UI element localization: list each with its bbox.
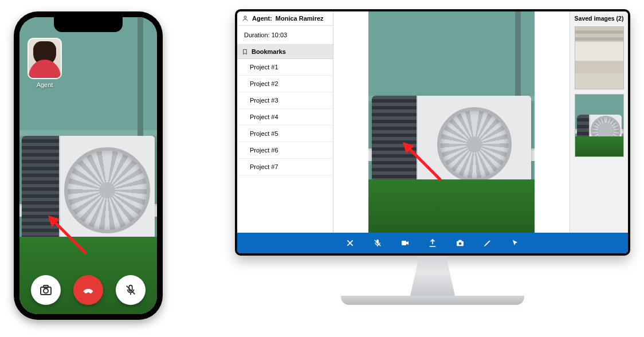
phone-notch — [54, 17, 123, 32]
bottom-toolbar — [237, 233, 628, 253]
customer-video-feed[interactable] — [368, 11, 535, 233]
bookmark-item[interactable]: Project #3 — [237, 92, 333, 109]
desktop-screen: Agent: Monica Ramirez Duration: 10:03 Bo… — [235, 9, 630, 256]
agent-info-row: Agent: Monica Ramirez — [237, 11, 333, 26]
annotate-button[interactable] — [482, 237, 493, 249]
mute-button[interactable] — [116, 275, 146, 305]
bookmark-icon — [242, 49, 248, 55]
close-button[interactable] — [344, 237, 356, 249]
snapshot-button[interactable] — [454, 237, 466, 249]
phone-device: Agent — [14, 11, 163, 320]
bookmark-item[interactable]: Project #5 — [237, 126, 333, 142]
bookmark-item[interactable]: Project #4 — [237, 109, 333, 126]
camera-icon — [455, 238, 465, 248]
svg-point-3 — [44, 289, 48, 293]
agent-label: Agent — [28, 81, 62, 88]
hangup-button[interactable] — [73, 275, 103, 305]
svg-rect-12 — [402, 241, 406, 245]
agent-avatar — [28, 38, 62, 79]
pointer-button[interactable] — [509, 237, 521, 249]
person-icon — [242, 15, 249, 22]
annotation-arrow-icon[interactable] — [400, 140, 446, 186]
bookmark-item[interactable]: Project #2 — [237, 76, 333, 92]
fan-icon — [437, 107, 512, 182]
svg-point-14 — [459, 242, 462, 245]
saved-images-title: Saved images (2) — [575, 15, 624, 22]
monitor-base — [341, 296, 524, 305]
bookmark-item[interactable]: Project #1 — [237, 59, 333, 76]
mute-button[interactable] — [372, 237, 383, 249]
microphone-muted-icon — [124, 284, 137, 296]
phone-hangup-icon — [81, 283, 96, 297]
agent-desktop-app: Agent: Monica Ramirez Duration: 10:03 Bo… — [237, 11, 628, 253]
bookmark-item[interactable]: Project #6 — [237, 142, 333, 159]
video-button[interactable] — [399, 237, 411, 249]
hvac-unit — [372, 96, 531, 193]
upload-icon — [428, 238, 437, 248]
video-camera-icon — [400, 238, 410, 248]
saved-image-thumb[interactable] — [575, 26, 624, 89]
main-video-pane — [333, 11, 570, 233]
upload-button[interactable] — [427, 237, 438, 249]
saved-image-thumb[interactable] — [575, 94, 624, 157]
phone-call-controls — [19, 275, 157, 305]
left-sidebar: Agent: Monica Ramirez Duration: 10:03 Bo… — [237, 11, 333, 233]
bookmark-item[interactable]: Project #7 — [237, 159, 333, 175]
agent-name: Monica Ramirez — [276, 15, 324, 22]
svg-rect-15 — [458, 240, 461, 242]
snapshot-button[interactable] — [31, 275, 61, 305]
agent-video-tile[interactable]: Agent — [28, 38, 62, 88]
close-icon — [345, 238, 355, 248]
svg-point-7 — [244, 16, 246, 18]
microphone-muted-icon — [373, 238, 382, 248]
phone-screen: Agent — [19, 17, 157, 314]
cursor-icon — [511, 238, 519, 248]
desktop-monitor: Agent: Monica Ramirez Duration: 10:03 Bo… — [235, 9, 630, 305]
pencil-icon — [483, 238, 492, 248]
camera-icon — [39, 283, 53, 297]
svg-line-8 — [407, 147, 441, 180]
bookmarks-header: Bookmarks — [237, 45, 333, 59]
call-duration: Duration: 10:03 — [237, 26, 333, 45]
saved-images-pane: Saved images (2) — [570, 11, 628, 233]
annotation-arrow-icon — [46, 213, 92, 259]
svg-line-0 — [53, 220, 86, 253]
monitor-stand — [395, 256, 470, 296]
bookmarks-list: Project #1 Project #2 Project #3 Project… — [237, 59, 333, 175]
agent-prefix: Agent: — [252, 15, 272, 22]
